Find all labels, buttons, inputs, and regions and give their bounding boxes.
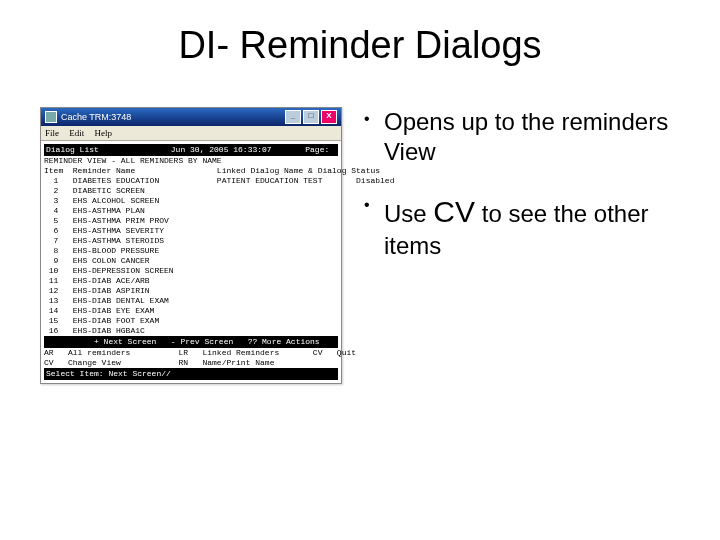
term-footer-line2: AR All reminders LR Linked Reminders CV … — [44, 348, 338, 358]
window-titlebar: Cache TRM:3748 _ □ X — [41, 108, 341, 126]
term-row: 9 EHS COLON CANCER — [44, 256, 338, 266]
term-row: 13 EHS-DIAB DENTAL EXAM — [44, 296, 338, 306]
term-columns: Item Reminder Name Linked Dialog Name & … — [44, 166, 338, 176]
bullet-2-code: CV — [433, 195, 475, 228]
term-row: 2 DIABETIC SCREEN — [44, 186, 338, 196]
term-row: 14 EHS-DIAB EYE EXAM — [44, 306, 338, 316]
term-row: 1 DIABETES EDUCATION PATIENT EDUCATION T… — [44, 176, 338, 186]
term-row: 10 EHS-DEPRESSION SCREEN — [44, 266, 338, 276]
term-row: 3 EHS ALCOHOL SCREEN — [44, 196, 338, 206]
menu-help[interactable]: Help — [95, 128, 113, 138]
term-row: 7 EHS-ASTHMA STEROIDS — [44, 236, 338, 246]
maximize-button[interactable]: □ — [303, 110, 319, 124]
term-prompt[interactable]: Select Item: Next Screen// — [44, 368, 338, 380]
term-row: 11 EHS-DIAB ACE/ARB — [44, 276, 338, 286]
term-row: 6 EHS-ASTHMA SEVERITY — [44, 226, 338, 236]
term-row: 16 EHS-DIAB HGBA1C — [44, 326, 338, 336]
term-footer-actions: + Next Screen - Prev Screen ?? More Acti… — [44, 336, 338, 348]
menu-file[interactable]: File — [45, 128, 59, 138]
minimize-button[interactable]: _ — [285, 110, 301, 124]
bullet-2: Use CV to see the other items — [360, 193, 680, 261]
slide-title: DI- Reminder Dialogs — [40, 24, 680, 67]
menubar[interactable]: File Edit Help — [41, 126, 341, 141]
window-caption: Cache TRM:3748 — [61, 112, 131, 122]
bullet-1: Opens up to the reminders View — [360, 107, 680, 167]
bullet-2-pre: Use — [384, 200, 433, 227]
embedded-screenshot: Cache TRM:3748 _ □ X File Edit Help Dial… — [40, 107, 342, 384]
app-icon — [45, 111, 57, 123]
term-row: 5 EHS-ASTHMA PRIM PROV — [44, 216, 338, 226]
term-row: 8 EHS-BLOOD PRESSURE — [44, 246, 338, 256]
term-footer-line3: CV Change View RN Name/Print Name — [44, 358, 338, 368]
term-subheader: REMINDER VIEW - ALL REMINDERS BY NAME — [44, 156, 338, 166]
term-row: 12 EHS-DIAB ASPIRIN — [44, 286, 338, 296]
term-header-line: Dialog List Jun 30, 2005 16:33:07 Page: … — [44, 144, 338, 156]
terminal-area: Dialog List Jun 30, 2005 16:33:07 Page: … — [41, 141, 341, 383]
term-row: 4 EHS-ASTHMA PLAN — [44, 206, 338, 216]
close-button[interactable]: X — [321, 110, 337, 124]
term-row: 15 EHS-DIAB FOOT EXAM — [44, 316, 338, 326]
menu-edit[interactable]: Edit — [69, 128, 84, 138]
